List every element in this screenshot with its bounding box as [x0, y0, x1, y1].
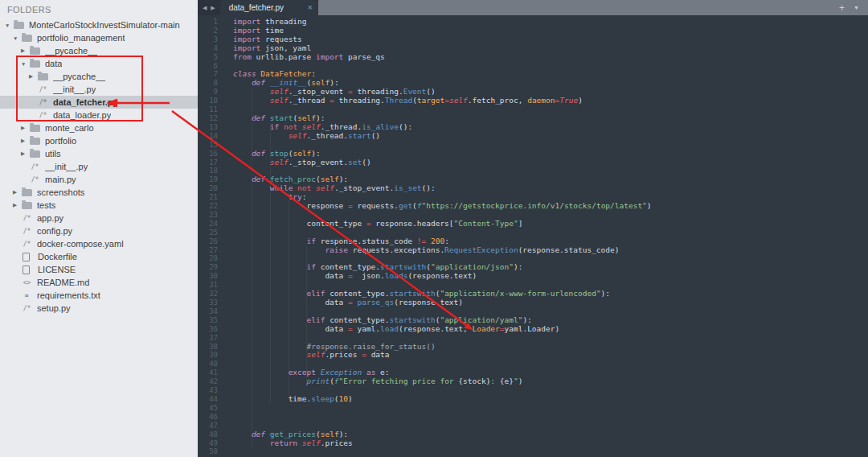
- folder-icon: [22, 202, 32, 209]
- tree-item-README.md[interactable]: <>README.md: [0, 276, 198, 289]
- line-number: 36: [198, 325, 218, 334]
- tree-item-requirements.txt[interactable]: ≡requirements.txt: [0, 289, 198, 302]
- chevron-down-icon[interactable]: ▼: [21, 61, 30, 67]
- line-number: 31: [198, 281, 218, 290]
- line-number: 44: [198, 395, 218, 404]
- tab-title: data_fetcher.py: [229, 3, 308, 12]
- tabbar-right-controls: + ▼: [839, 0, 868, 15]
- src-file-icon: /*: [38, 99, 48, 106]
- line-number: 48: [198, 430, 218, 439]
- new-tab-icon[interactable]: +: [839, 3, 845, 13]
- forward-arrow-icon[interactable]: ▶: [211, 5, 215, 11]
- tree-item-docker-compose.yaml[interactable]: /*docker-compose.yaml: [0, 237, 198, 250]
- code-line: 1import threading: [198, 18, 868, 27]
- tree-item-label: portfolio_management: [37, 33, 125, 43]
- src-file-icon: /*: [38, 86, 48, 93]
- code-line: 42 print(f"Error fetching price for {sto…: [198, 377, 868, 386]
- line-number: 47: [198, 422, 218, 430]
- chevron-down-icon[interactable]: ▼: [5, 23, 14, 28]
- tree-item-label: data_fetcher.py: [53, 97, 118, 107]
- tree-item-data_loader.py[interactable]: /*data_loader.py: [0, 109, 198, 121]
- line-number: 8: [198, 79, 218, 88]
- tab-nav-group: ◀ ▶ data_fetcher.py ×: [198, 0, 318, 15]
- chevron-down-icon[interactable]: ▼: [13, 35, 22, 41]
- code-line-text: data = parse_qs(response.text): [233, 298, 463, 307]
- tree-item-label: Dockerfile: [38, 252, 77, 261]
- tree-item-label: utils: [45, 149, 61, 159]
- tree-item-data_fetcher.py[interactable]: /*data_fetcher.py: [0, 96, 198, 109]
- chevron-right-icon[interactable]: ▶: [21, 138, 30, 144]
- chevron-right-icon[interactable]: ▶: [21, 125, 30, 131]
- src-file-icon: /*: [38, 112, 48, 119]
- code-line-text: data = yaml.load(response.text, Loader=y…: [233, 325, 559, 334]
- line-number: 9: [198, 88, 218, 97]
- code-line-text: content_type = response.headers["Content…: [233, 220, 522, 228]
- code-line: 44 time.sleep(10): [198, 395, 868, 404]
- tree-item-__init__.py[interactable]: /*__init__.py: [0, 83, 198, 96]
- chevron-right-icon[interactable]: ▶: [29, 73, 38, 80]
- line-number: 32: [198, 290, 218, 298]
- chevron-right-icon[interactable]: ▶: [21, 150, 30, 157]
- tree-item-tests[interactable]: ▶tests: [0, 199, 198, 212]
- line-number: 3: [198, 35, 218, 44]
- tree-item-screenshots[interactable]: ▶screenshots: [0, 186, 198, 199]
- line-number: 22: [198, 202, 218, 211]
- tree-item-__pycache__[interactable]: ▶__pycache__: [0, 70, 198, 83]
- tree-item-utils[interactable]: ▶utils: [0, 147, 198, 160]
- code-line: 27 raise requests.exceptions.RequestExce…: [198, 246, 868, 255]
- chevron-right-icon[interactable]: ▶: [13, 202, 22, 208]
- line-number: 45: [198, 404, 218, 413]
- line-number: 41: [198, 368, 218, 377]
- tree-item-app.py[interactable]: /*app.py: [0, 212, 198, 224]
- document-file-icon: [23, 266, 30, 274]
- folder-icon: [14, 22, 24, 29]
- code-line: 24 content_type = response.headers["Cont…: [198, 220, 868, 228]
- tree-item-monte_carlo[interactable]: ▶monte_carlo: [0, 121, 198, 134]
- line-number: 38: [198, 343, 218, 352]
- tree-item-setup.py[interactable]: /*setup.py: [0, 302, 198, 315]
- indent-guide: [306, 246, 307, 386]
- chevron-right-icon[interactable]: ▶: [21, 47, 30, 54]
- tree-item-config.py[interactable]: /*config.py: [0, 224, 198, 237]
- tree-item-MonteCarloStockInvestSimulator-main[interactable]: ▼MonteCarloStockInvestSimulator-main: [0, 19, 198, 31]
- tab-bar: ◀ ▶ data_fetcher.py × + ▼: [198, 0, 868, 15]
- code-line: 5from urllib.parse import parse_qs: [198, 53, 868, 62]
- tree-item-label: __init__.py: [53, 84, 96, 94]
- tree-item-portfolio[interactable]: ▶portfolio: [0, 134, 198, 147]
- line-number: 15: [198, 141, 218, 150]
- tree-item-main.py[interactable]: /*main.py: [0, 173, 198, 186]
- line-number: 43: [198, 386, 218, 395]
- chevron-right-icon[interactable]: ▶: [13, 189, 22, 196]
- code-line: 14 self._thread.start(): [198, 132, 868, 141]
- tree-item-label: __init__.py: [45, 162, 88, 171]
- tree-item-label: main.py: [45, 175, 76, 184]
- tree-item-__pycache__[interactable]: ▶__pycache__: [0, 44, 198, 57]
- tree-item-portfolio_management[interactable]: ▼portfolio_management: [0, 31, 198, 44]
- document-file-icon: [23, 253, 30, 261]
- code-editor-area[interactable]: 1import threading2import time3import req…: [198, 15, 868, 457]
- tab-data-fetcher[interactable]: data_fetcher.py ×: [220, 0, 318, 15]
- tree-item-label: monte_carlo: [45, 123, 94, 133]
- line-number: 46: [198, 413, 218, 422]
- tree-item-LICENSE[interactable]: LICENSE: [0, 263, 198, 276]
- tree-item-label: requirements.txt: [37, 290, 100, 300]
- code-line: 33 data = parse_qs(response.text): [198, 298, 868, 307]
- tree-item-__init__.py[interactable]: /*__init__.py: [0, 160, 198, 173]
- folder-icon: [30, 150, 40, 158]
- close-icon[interactable]: ×: [308, 3, 313, 12]
- tree-item-data[interactable]: ▼data: [0, 57, 198, 70]
- code-line: 36 data = yaml.load(response.text, Loade…: [198, 325, 868, 334]
- code-line: 45: [198, 404, 868, 413]
- tree-item-Dockerfile[interactable]: Dockerfile: [0, 250, 198, 263]
- code-line: 30 data = json.loads(response.text): [198, 272, 868, 281]
- editor-pane: ◀ ▶ data_fetcher.py × + ▼ 1import thread…: [198, 0, 868, 457]
- code-line: 17 self._stop_event.set(): [198, 159, 868, 167]
- back-arrow-icon[interactable]: ◀: [203, 5, 207, 11]
- tree-item-label: tests: [37, 200, 55, 210]
- line-number: 16: [198, 150, 218, 159]
- code-line-text: response = requests.get(f"https://getsto…: [233, 202, 652, 211]
- folder-icon: [30, 60, 40, 68]
- tab-overflow-icon[interactable]: ▼: [854, 5, 859, 10]
- code-line: 50: [198, 447, 868, 456]
- src-file-icon: /*: [30, 176, 40, 183]
